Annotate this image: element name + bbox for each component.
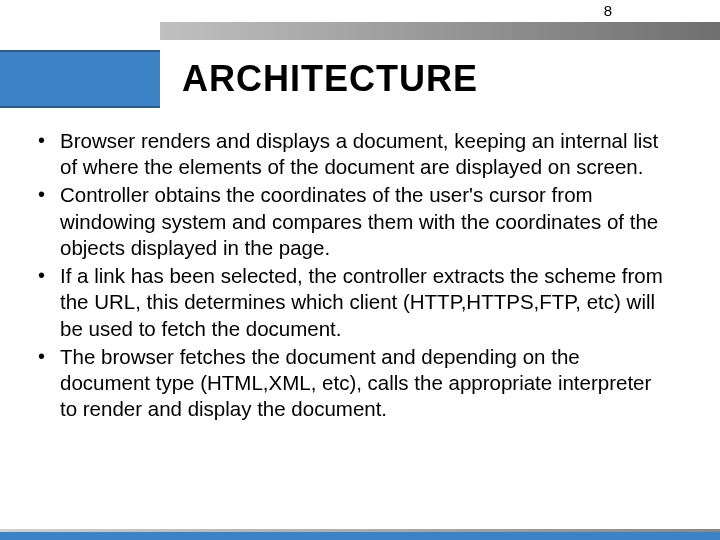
list-item: Browser renders and displays a document,… — [30, 128, 670, 180]
page-number: 8 — [604, 2, 612, 19]
bottom-strip — [0, 532, 720, 540]
content-area: Browser renders and displays a document,… — [30, 128, 670, 425]
bullet-list: Browser renders and displays a document,… — [30, 128, 670, 423]
list-item: Controller obtains the coordinates of th… — [30, 182, 670, 261]
list-item: If a link has been selected, the control… — [30, 263, 670, 342]
title-box: ARCHITECTURE — [160, 50, 720, 108]
list-item: The browser fetches the document and dep… — [30, 344, 670, 423]
slide-title: ARCHITECTURE — [182, 58, 478, 100]
top-gradient-bar — [160, 22, 720, 40]
